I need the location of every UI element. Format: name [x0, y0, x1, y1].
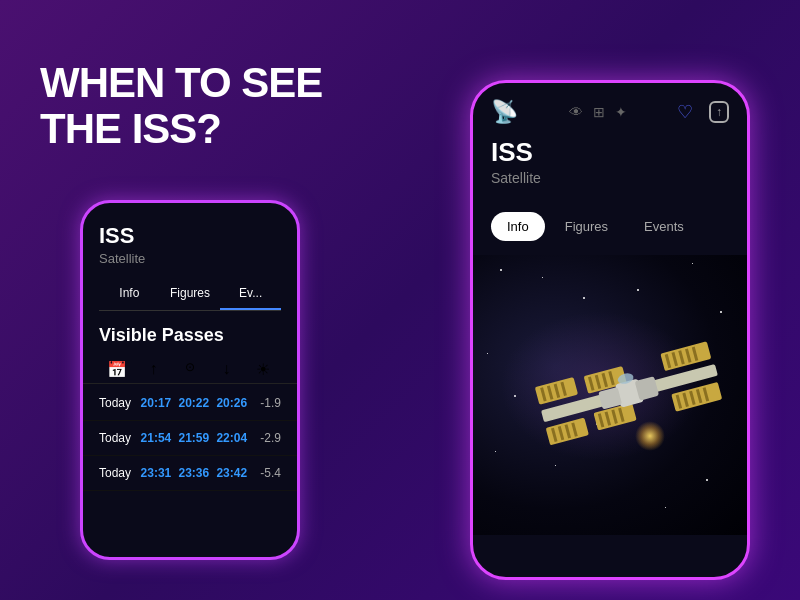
phone-right: 📡 👁 ⊞ ✦ ♡ ↑ ISS Satellite Info Figures E…	[470, 80, 750, 580]
action-icons: ♡ ↑	[677, 101, 729, 123]
th-date-icon: 📅	[99, 360, 135, 379]
left-tab-bar: Info Figures Ev...	[99, 278, 281, 311]
headline: WHEN TO SEE THE ISS?	[40, 60, 322, 152]
row3-t2: 23:36	[175, 466, 213, 480]
headline-line2: THE ISS?	[40, 106, 322, 152]
star	[665, 507, 666, 508]
row2-t1: 21:54	[137, 431, 175, 445]
row1-t1: 20:17	[137, 396, 175, 410]
phone-left: ISS Satellite Info Figures Ev... Visible…	[80, 200, 300, 560]
telescope-icon[interactable]: ✦	[615, 104, 627, 120]
star	[692, 263, 693, 264]
left-tab-figures[interactable]: Figures	[160, 278, 221, 310]
left-phone-subtitle: Satellite	[99, 251, 281, 266]
headline-line1: WHEN TO SEE	[40, 60, 322, 106]
row1-t3: 20:26	[213, 396, 251, 410]
left-tab-events[interactable]: Ev...	[220, 278, 281, 310]
tab-events[interactable]: Events	[628, 212, 700, 241]
row2-t3: 22:04	[213, 431, 251, 445]
left-tab-info[interactable]: Info	[99, 278, 160, 310]
star	[500, 269, 502, 271]
th-rise-icon: ↑	[135, 360, 171, 379]
table-row: Today 20:17 20:22 20:26 -1.9	[83, 386, 297, 421]
table-row: Today 21:54 21:59 22:04 -2.9	[83, 421, 297, 456]
th-sun-icon: ☀	[245, 360, 281, 379]
binoculars-icon[interactable]: ⊞	[593, 104, 605, 120]
row3-mag: -5.4	[251, 466, 281, 480]
star	[542, 277, 543, 278]
row3-day: Today	[99, 466, 137, 480]
star	[495, 451, 496, 452]
section-visible-passes: Visible Passes	[83, 311, 297, 356]
star	[706, 479, 708, 481]
row1-t2: 20:22	[175, 396, 213, 410]
row2-t2: 21:59	[175, 431, 213, 445]
star	[487, 353, 488, 354]
table-header: 📅 ↑ ⊙ ↓ ☀	[83, 356, 297, 384]
iss-image	[473, 255, 747, 535]
right-phone-header: ISS Satellite	[473, 133, 747, 212]
share-icon[interactable]: ↑	[709, 101, 729, 123]
row2-mag: -2.9	[251, 431, 281, 445]
favorite-icon[interactable]: ♡	[677, 101, 693, 123]
tab-info[interactable]: Info	[491, 212, 545, 241]
table-row: Today 23:31 23:36 23:42 -5.4	[83, 456, 297, 491]
right-phone-subtitle: Satellite	[491, 170, 729, 186]
star	[637, 289, 639, 291]
right-tab-bar: Info Figures Events	[473, 212, 747, 241]
topbar: 📡 👁 ⊞ ✦ ♡ ↑	[473, 83, 747, 133]
star	[583, 297, 585, 299]
th-max-icon: ⊙	[172, 360, 208, 379]
row1-mag: -1.9	[251, 396, 281, 410]
row3-t1: 23:31	[137, 466, 175, 480]
eye-icon[interactable]: 👁	[569, 104, 583, 120]
tab-figures[interactable]: Figures	[549, 212, 624, 241]
row2-day: Today	[99, 431, 137, 445]
view-icons: 👁 ⊞ ✦	[569, 104, 627, 120]
th-set-icon: ↓	[208, 360, 244, 379]
satellite-icon: 📡	[491, 99, 518, 125]
right-phone-title: ISS	[491, 137, 729, 168]
row1-day: Today	[99, 396, 137, 410]
star	[720, 311, 722, 313]
space-background	[473, 255, 747, 535]
left-phone-title: ISS	[99, 223, 281, 249]
row3-t3: 23:42	[213, 466, 251, 480]
